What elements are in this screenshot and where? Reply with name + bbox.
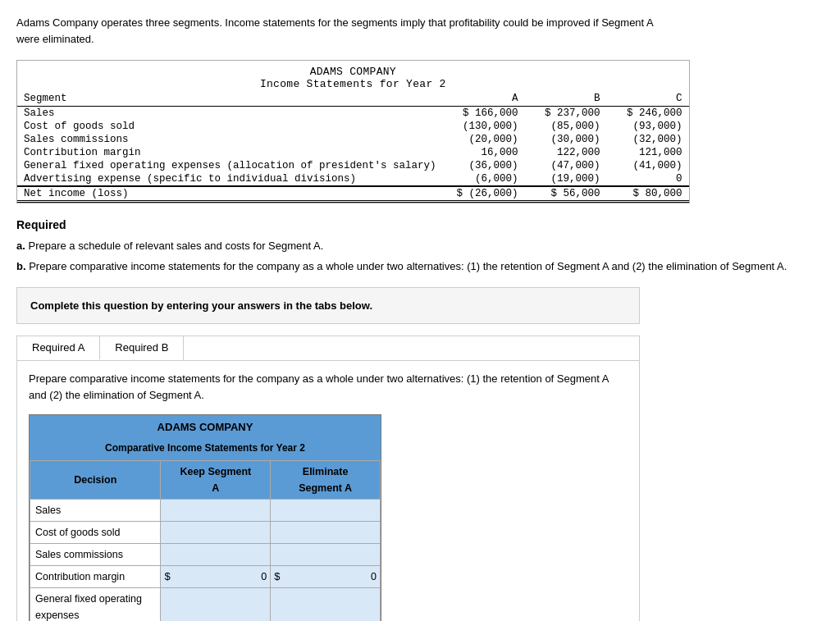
comp-table-title: ADAMS COMPANY [30,415,381,439]
income-table-title: ADAMS COMPANY Income Statements for Year… [17,61,689,92]
income-row-b: $ 56,000 [525,186,607,202]
income-row-c: (41,000) [607,159,689,172]
income-row-b: (85,000) [525,120,607,133]
required-section: Required a. Prepare a schedule of releva… [16,218,824,276]
complete-box: Complete this question by entering your … [16,287,640,324]
income-row-c: 121,000 [607,146,689,159]
comp-keep-cell[interactable]: $ [161,566,271,588]
income-row-c: (32,000) [607,133,689,146]
intro-text: Adams Company operates three segments. I… [16,15,656,47]
col-c-header: C [607,92,689,107]
income-row-a: $ 166,000 [443,107,525,121]
income-row-label: Sales [17,107,443,121]
income-row-label: General fixed operating expenses (alloca… [17,159,443,172]
comp-table-subtitle: Comparative Income Statements for Year 2 [30,439,381,460]
income-row-b: $ 237,000 [525,107,607,121]
income-row-b: (47,000) [525,159,607,172]
income-row-a: $ (26,000) [443,186,525,202]
comp-table: Decision Keep SegmentA EliminateSegment … [30,460,381,621]
income-row-a: (36,000) [443,159,525,172]
tab-content: Prepare comparative income statements fo… [17,361,639,621]
income-row-b: (30,000) [525,133,607,146]
comp-elim-input[interactable] [274,601,377,613]
col-b-header: B [525,92,607,107]
comp-elim-cell[interactable] [271,544,381,566]
comp-keep-input[interactable] [164,601,267,613]
comp-keep-input[interactable] [174,571,267,582]
comp-elim-input[interactable] [274,505,377,516]
comp-table-wrapper: ADAMS COMPANY Comparative Income Stateme… [29,414,381,621]
comp-row-label: Contribution margin [30,566,161,588]
comp-row-label: Sales commissions [30,544,161,566]
comp-keep-input[interactable] [164,549,267,560]
col-decision-header: Decision [30,461,161,500]
income-row-label: Contribution margin [17,146,443,159]
income-row-a: (20,000) [443,133,525,146]
comp-row-label: General fixed operating expenses [30,588,161,621]
comp-keep-cell[interactable] [161,500,271,522]
comp-keep-input[interactable] [164,527,267,538]
tab-required-a[interactable]: Required A [17,336,100,360]
tab-instruction: Prepare comparative income statements fo… [29,371,628,405]
income-row-a: (130,000) [443,120,525,133]
col-keep-header: Keep SegmentA [161,461,271,500]
comp-elim-input[interactable] [283,571,377,582]
comp-elim-input[interactable] [274,549,377,560]
tab-required-b[interactable]: Required B [100,336,184,360]
income-row-b: (19,000) [525,172,607,186]
income-row-label: Cost of goods sold [17,120,443,133]
col-elim-header: EliminateSegment A [271,461,381,500]
comp-elim-cell[interactable]: $ [271,566,381,588]
required-item: b. Prepare comparative income statements… [16,258,824,276]
comp-elim-cell[interactable] [271,588,381,621]
comp-keep-cell[interactable] [161,544,271,566]
tabs-header: Required A Required B [17,336,639,361]
col-a-header: A [443,92,525,107]
income-row-a: (6,000) [443,172,525,186]
income-statement-wrapper: ADAMS COMPANY Income Statements for Year… [16,60,690,203]
comp-keep-cell[interactable] [161,588,271,621]
comp-keep-cell[interactable] [161,522,271,544]
comp-elim-cell[interactable] [271,522,381,544]
income-row-c: $ 246,000 [607,107,689,121]
required-item: a. Prepare a schedule of relevant sales … [16,238,824,255]
comp-keep-input[interactable] [164,505,267,516]
income-row-label: Net income (loss) [17,186,443,202]
tabs-container: Required A Required B Prepare comparativ… [16,336,640,621]
income-row-a: 16,000 [443,146,525,159]
income-row-label: Advertising expense (specific to individ… [17,172,443,186]
required-heading: Required [16,218,824,231]
comp-elim-input[interactable] [274,527,377,538]
income-row-c: $ 80,000 [607,186,689,202]
comp-elim-cell[interactable] [271,500,381,522]
income-row-c: 0 [607,172,689,186]
segment-header: Segment [17,92,443,107]
comp-row-label: Sales [30,500,161,522]
income-row-label: Sales commissions [17,133,443,146]
comp-row-label: Cost of goods sold [30,522,161,544]
income-row-b: 122,000 [525,146,607,159]
income-row-c: (93,000) [607,120,689,133]
income-table: Segment A B C Sales $ 166,000 $ 237,000 … [17,92,689,203]
